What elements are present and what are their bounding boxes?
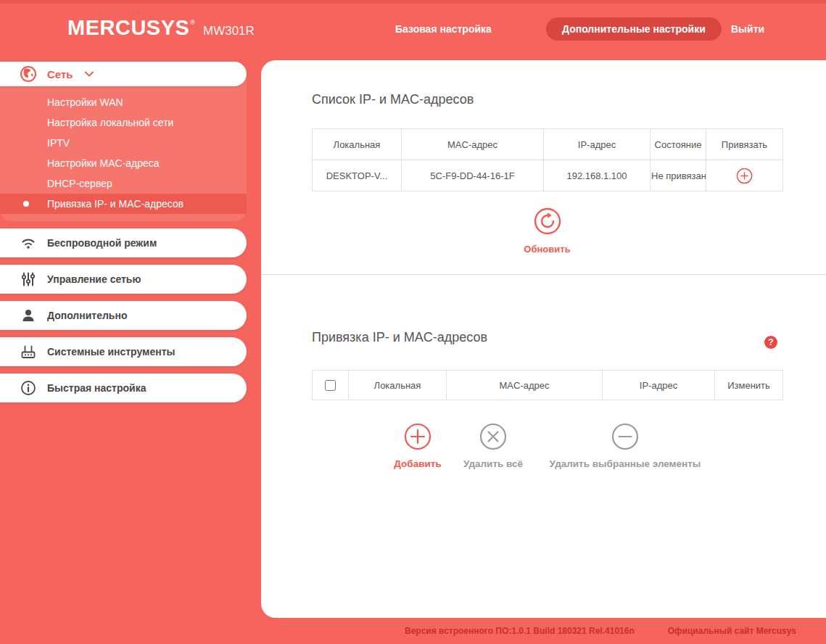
table-header-row: Локальная MAC-адрес IP-адрес Состояние П…: [313, 129, 783, 160]
col-mac: MAC-адрес: [402, 129, 544, 160]
refresh-label: Обновить: [312, 244, 782, 255]
col-status: Состояние: [651, 129, 706, 160]
refresh-icon: [534, 207, 561, 235]
sidebar-section-network-label: Сеть: [47, 68, 73, 80]
sidebar-section-label: Быстрая настройка: [47, 382, 146, 394]
header: MERCUSYS® MW301R Базовая настройка Допол…: [0, 0, 826, 60]
bind-device-button[interactable]: [706, 160, 783, 191]
cell-mac: 5C-F9-DD-44-16-1F: [402, 160, 544, 191]
table-header-row: Локальная MAC-адрес IP-адрес Изменить: [313, 371, 783, 400]
select-all-cell: [313, 371, 349, 400]
sidebar-item-iptv[interactable]: IPTV: [0, 133, 247, 153]
sidebar-section-system-tools[interactable]: Системные инструменты: [0, 337, 247, 366]
wifi-icon: [20, 234, 37, 252]
arp-list-table: Локальная MAC-адрес IP-адрес Состояние П…: [312, 128, 783, 191]
x-circle-icon: [479, 423, 507, 450]
sidebar-section-wireless[interactable]: Беспроводной режим: [0, 228, 247, 257]
main-content: Список IP- и MAC-адресов Локальная MAC-а…: [261, 60, 826, 618]
sidebar-item-dhcp[interactable]: DHCP-сервер: [0, 173, 247, 194]
help-icon[interactable]: ?: [764, 336, 777, 349]
sidebar-section-label: Дополнительно: [47, 310, 127, 321]
col-ip: IP-адрес: [603, 371, 715, 400]
brand-logo[interactable]: MERCUSYS® MW301R: [67, 16, 255, 40]
section-divider: [261, 274, 826, 275]
sidebar-item-ip-mac-binding[interactable]: Привязка IP- и MAC-адресов: [0, 194, 247, 214]
router-icon: [20, 343, 37, 360]
chevron-down-icon: [83, 68, 95, 80]
col-mac: MAC-адрес: [447, 371, 603, 400]
footer: Версия встроенного ПО:1.0.1 Build 180321…: [0, 618, 826, 644]
col-host: Локальная: [313, 129, 402, 160]
brand-name: MERCUSYS: [67, 16, 189, 40]
col-edit: Изменить: [715, 371, 783, 400]
sidebar-section-advanced[interactable]: Дополнительно: [0, 301, 247, 330]
delete-selected-label: Удалить выбранные элементы: [544, 458, 706, 469]
registered-mark: ®: [190, 19, 195, 26]
network-submenu: Настройки WAN Настройка локальной сети I…: [0, 75, 247, 221]
sidebar-section-label: Системные инструменты: [47, 346, 175, 358]
plus-circle-icon: [736, 168, 753, 184]
sidebar-section-label: Управление сетью: [47, 273, 141, 285]
table-row: DESKTOP-V... 5C-F9-DD-44-16-1F 192.168.1…: [313, 160, 783, 191]
sidebar-section-quick-setup[interactable]: Быстрая настройка: [0, 373, 247, 402]
nav-basic-settings[interactable]: Базовая настройка: [395, 23, 492, 35]
minus-circle-icon: [611, 423, 639, 450]
model-name: MW301R: [203, 24, 255, 38]
firmware-version: Версия встроенного ПО:1.0.1 Build 180321…: [405, 626, 635, 636]
official-site-link[interactable]: Официальный сайт Mercusys: [668, 626, 796, 636]
person-icon: [20, 307, 37, 324]
sidebar-item-wan[interactable]: Настройки WAN: [0, 92, 247, 112]
cell-status: Не привязано: [651, 160, 706, 191]
nav-advanced-settings[interactable]: Дополнительные настройки: [546, 17, 722, 41]
binding-title: Привязка IP- и MAC-адресов: [312, 330, 487, 345]
col-bind: Привязать: [706, 129, 783, 160]
col-host: Локальная: [349, 371, 447, 400]
delete-selected-button[interactable]: Удалить выбранные элементы: [544, 423, 706, 469]
cell-host: DESKTOP-V...: [313, 160, 402, 191]
sliders-icon: [20, 271, 37, 288]
arp-list-title: Список IP- и MAC-адресов: [312, 92, 474, 107]
sidebar-item-label: Привязка IP- и MAC-адресов: [47, 198, 183, 210]
plus-circle-icon: [404, 423, 431, 450]
sidebar-section-network-mgmt[interactable]: Управление сетью: [0, 265, 247, 294]
sidebar-section-label: Беспроводной режим: [47, 237, 157, 249]
refresh-button[interactable]: Обновить: [312, 207, 782, 255]
col-ip: IP-адрес: [544, 129, 651, 160]
info-circle-icon: [20, 379, 37, 397]
cell-ip: 192.168.1.100: [544, 160, 651, 191]
binding-table: Локальная MAC-адрес IP-адрес Изменить: [312, 370, 783, 400]
globe-icon: [20, 65, 37, 83]
sidebar-item-lan[interactable]: Настройка локальной сети: [0, 112, 247, 133]
active-bullet-icon: [23, 201, 29, 207]
sidebar-item-mac[interactable]: Настройки MAC-адреса: [0, 153, 247, 173]
delete-all-label: Удалить всё: [442, 458, 544, 469]
nav-logout[interactable]: Выйти: [731, 23, 764, 35]
select-all-checkbox[interactable]: [325, 380, 336, 391]
delete-all-button[interactable]: Удалить всё: [442, 423, 544, 469]
sidebar-section-network[interactable]: Сеть: [0, 62, 247, 86]
